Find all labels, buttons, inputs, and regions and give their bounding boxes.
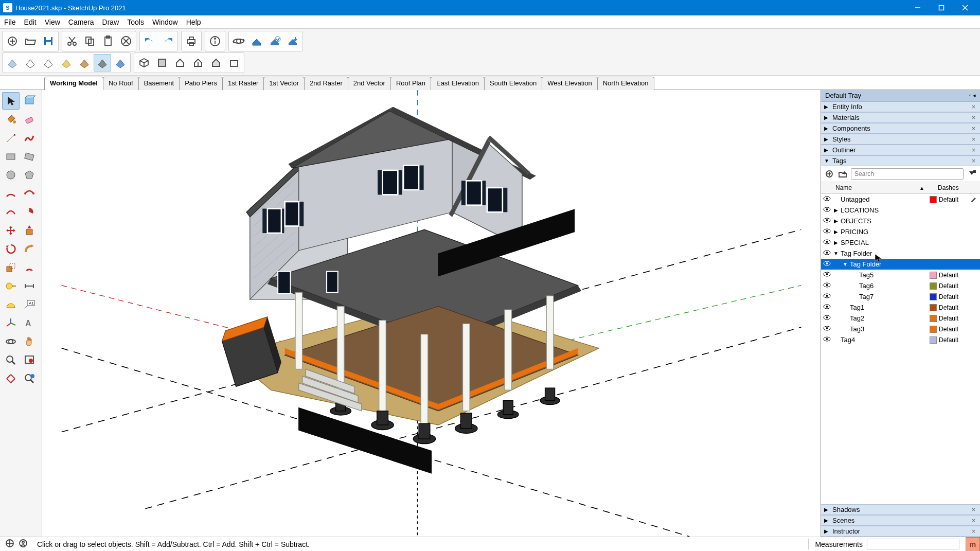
tag-row[interactable]: Tag2Default [821,313,980,324]
expand-toggle-icon[interactable]: ▶ [832,207,840,213]
scene-tab-1st-vector[interactable]: 1st Vector [263,77,305,90]
panel-close-icon[interactable]: × [970,103,977,111]
tag-color-swatch[interactable] [930,293,937,300]
add-tag-button[interactable] [824,169,834,179]
offset-tool[interactable] [21,259,38,276]
expand-toggle-icon[interactable]: ▶ [832,240,840,245]
measurements-input[interactable] [867,539,959,549]
scene-tab-working-model[interactable]: Working Model [44,77,103,90]
tag-row[interactable]: UntaggedDefault [821,194,980,205]
panel-header-scenes[interactable]: ▶Scenes× [821,515,980,526]
rectangle-tool[interactable] [2,148,20,165]
select-tool[interactable] [2,92,20,110]
line-tool[interactable] [2,129,20,147]
column-header-dashes[interactable]: Dashes [937,182,970,193]
expand-toggle-icon[interactable]: ▶ [832,218,840,224]
tag-color-swatch[interactable] [930,196,937,203]
undo-button[interactable] [141,32,158,50]
scene-tab-no-roof[interactable]: No Roof [103,77,139,90]
scene-tab-west-elevation[interactable]: West Elevation [542,77,597,90]
tag-dash-style[interactable]: Default [939,315,969,322]
component-tool[interactable] [21,92,38,110]
visibility-toggle-icon[interactable] [821,239,832,246]
menu-view[interactable]: View [41,15,64,28]
expand-toggle-icon[interactable]: ▶ [832,229,840,235]
geo-location-icon[interactable] [5,539,14,549]
menu-edit[interactable]: Edit [20,15,41,28]
tag-row[interactable]: Tag7Default [821,291,980,302]
visibility-toggle-icon[interactable] [821,336,832,344]
panel-close-icon[interactable]: × [970,506,977,513]
tag-row[interactable]: Tag4Default [821,334,980,345]
minimize-button[interactable] [906,0,930,15]
visibility-toggle-icon[interactable] [821,206,832,214]
circle-tool[interactable] [2,166,20,184]
protractor-tool[interactable] [2,296,20,313]
tag-row[interactable]: ▶LOCATIONS [821,205,980,216]
3dtext-tool[interactable]: A [21,314,38,332]
scene-tab-north-elevation[interactable]: North Elevation [597,77,654,90]
panel-header-outliner[interactable]: ▶Outliner× [821,145,980,155]
view-top-button[interactable] [153,54,171,72]
menu-draw[interactable]: Draw [98,15,123,28]
move-tool[interactable] [2,222,20,239]
print-button[interactable] [183,32,200,50]
dimension-tool[interactable] [21,277,38,295]
style-1-button[interactable] [4,54,21,72]
tag-dash-style[interactable]: Default [939,304,969,311]
tag-row[interactable]: ▶OBJECTS [821,216,980,226]
style-3-button[interactable] [40,54,57,72]
tag-row[interactable]: ▶SPECIAL [821,237,980,248]
panel-header-instructor[interactable]: ▶Instructor× [821,526,980,537]
credits-icon[interactable] [19,539,28,549]
visibility-toggle-icon[interactable] [821,325,832,333]
zoom-window-tool[interactable] [21,351,38,369]
tag-row[interactable]: ▼Tag Folder [821,248,980,259]
redo-button[interactable] [159,32,176,50]
eraser-tool[interactable] [21,111,38,128]
tag-dash-style[interactable]: Default [939,282,969,290]
scene-tab-south-elevation[interactable]: South Elevation [484,77,542,90]
style-4-button[interactable] [58,54,75,72]
visibility-toggle-icon[interactable] [821,271,832,279]
menu-camera[interactable]: Camera [64,15,98,28]
panel-close-icon[interactable]: × [970,528,977,535]
previous-view-tool[interactable] [21,370,38,387]
menu-help[interactable]: Help [182,15,205,28]
corner-logo[interactable]: m [966,537,980,552]
tag-color-swatch[interactable] [930,304,937,311]
panel-close-icon[interactable]: × [970,125,977,132]
maximize-button[interactable] [930,0,953,15]
pushpull-tool[interactable] [21,222,38,239]
orbit-button[interactable] [230,32,247,50]
text-tool[interactable]: A1 [21,296,38,313]
model-info-button[interactable] [206,32,224,50]
scene-tab-east-elevation[interactable]: East Elevation [431,77,485,90]
scene-tab-2nd-raster[interactable]: 2nd Raster [304,77,348,90]
tag-search-input[interactable] [851,168,964,180]
tray-pin-icon[interactable]: ▫ ◂ [969,92,976,99]
scene-tab-basement[interactable]: Basement [138,77,180,90]
delete-button[interactable] [117,32,135,50]
panel-close-icon[interactable]: × [970,136,977,143]
panel-header-shadows[interactable]: ▶Shadows× [821,504,980,515]
scene-tab-roof-plan[interactable]: Roof Plan [390,77,431,90]
pie-tool[interactable] [21,203,38,221]
menu-file[interactable]: File [0,15,20,28]
visibility-toggle-icon[interactable] [821,293,832,300]
view-front-button[interactable] [171,54,189,72]
freehand-tool[interactable] [21,129,38,147]
style-5-button[interactable] [76,54,93,72]
tag-row[interactable]: Tag1Default [821,302,980,313]
tag-color-swatch[interactable] [930,272,937,279]
rotated-rect-tool[interactable] [21,148,38,165]
scale-tool[interactable] [2,259,20,276]
visibility-toggle-icon[interactable] [821,314,832,322]
style-7-button[interactable] [112,54,129,72]
panel-header-tags[interactable]: ▼ Tags × [821,155,980,166]
tag-dash-style[interactable]: Default [939,272,969,279]
pan-tool[interactable] [21,333,38,350]
menu-window[interactable]: Window [148,15,182,28]
orbit-tool[interactable] [2,333,20,350]
open-file-button[interactable] [22,32,39,50]
